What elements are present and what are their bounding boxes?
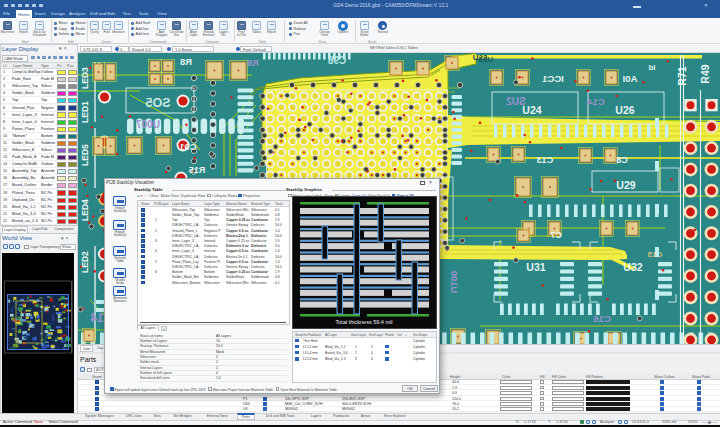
svg-text:U29: U29 [616,179,635,191]
svg-text:U26: U26 [615,104,634,116]
svg-text:R71: R71 [676,66,688,85]
svg-text:U100: U100 [449,271,460,294]
svg-text:C8: C8 [616,155,628,165]
svg-text:Total thickness 59.4 mil: Total thickness 59.4 mil [336,319,393,325]
svg-text:SO5: SO5 [145,96,170,110]
svg-text:R15: R15 [189,165,206,175]
svg-text:LED1: LED1 [80,101,90,123]
svg-text:C91: C91 [179,141,197,152]
svg-text:C16: C16 [593,313,610,324]
svg-text:SU2: SU2 [506,96,526,107]
svg-text:C13: C13 [537,155,554,165]
svg-text:A0I: A0I [623,73,638,84]
svg-text:LED3: LED3 [80,67,90,89]
svg-text:LED5: LED5 [80,144,90,166]
svg-text:C98: C98 [327,55,346,66]
svg-text:C14: C14 [587,96,605,107]
svg-text:R49: R49 [699,64,711,83]
svg-text:R8: R8 [247,58,259,68]
svg-text:ICC1: ICC1 [541,73,563,84]
svg-text:U32: U32 [623,261,642,273]
svg-text:R8: R8 [180,56,192,67]
svg-text:LED4: LED4 [80,199,90,221]
svg-text:U31: U31 [526,261,545,273]
svg-text:C7: C7 [550,230,562,240]
svg-text:14: 14 [90,311,104,325]
svg-text:LED2: LED2 [80,251,90,273]
svg-text:U007: U007 [136,119,160,130]
svg-text:U23: U23 [473,53,488,62]
svg-text:bl: bl [648,63,655,72]
svg-text:C15: C15 [647,250,662,259]
